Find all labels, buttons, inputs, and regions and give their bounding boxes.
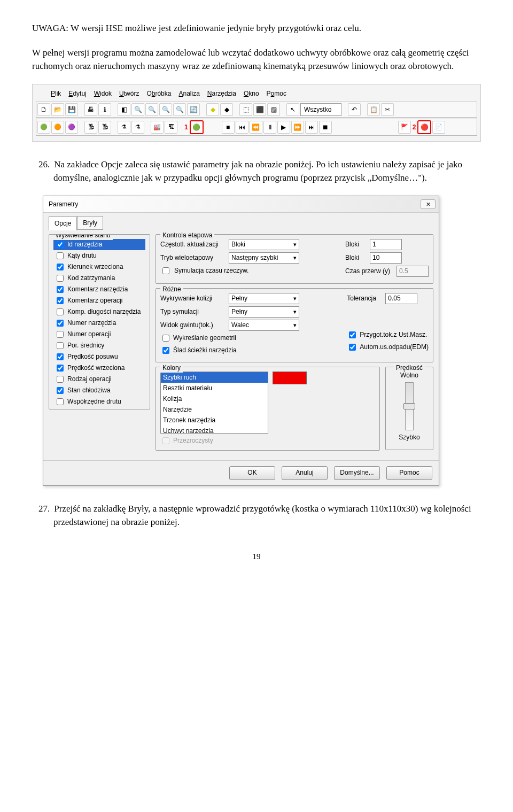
- status-item[interactable]: Współrzędne drutu: [53, 396, 145, 407]
- color-list-item[interactable]: Trzonek narzędzia: [161, 415, 268, 426]
- obj2-icon[interactable]: 🟠: [51, 121, 64, 134]
- paste-icon[interactable]: 📋: [367, 103, 380, 116]
- status-item[interactable]: Komentarz operacji: [53, 295, 145, 306]
- tab-bryly[interactable]: Bryły: [77, 216, 103, 230]
- rotate-icon[interactable]: 🔄: [187, 103, 200, 116]
- ok-button[interactable]: OK: [229, 466, 275, 480]
- status-item[interactable]: Prędkość posuwu: [53, 351, 145, 362]
- zoom-fit-icon[interactable]: 🔍: [173, 103, 186, 116]
- status-item[interactable]: Komentarz narzędzia: [53, 284, 145, 295]
- menu-item[interactable]: Analiza: [178, 89, 199, 98]
- filter-dropdown[interactable]: Wszystko: [300, 103, 341, 116]
- doc-icon[interactable]: 📄: [432, 121, 445, 134]
- status-item[interactable]: Komp. długości narzędzia: [53, 306, 145, 318]
- status-checkbox[interactable]: [57, 342, 64, 349]
- erase-icon[interactable]: ◧: [118, 103, 130, 116]
- end-icon[interactable]: ⏹: [319, 121, 332, 134]
- cube-yellow-icon[interactable]: ◆: [206, 103, 219, 116]
- status-checkbox[interactable]: [57, 387, 64, 394]
- color-list-item[interactable]: Resztki materiału: [161, 383, 268, 393]
- highlighted-button-2[interactable]: 🔴: [417, 120, 431, 134]
- status-checkbox[interactable]: [57, 320, 64, 327]
- zoom-in-icon[interactable]: 🔍: [131, 103, 144, 116]
- next-icon[interactable]: ⏩: [291, 121, 304, 134]
- color-list-item[interactable]: Szybki ruch: [161, 372, 268, 383]
- status-item[interactable]: Współrzędne narzędzia: [53, 407, 145, 409]
- defaults-button[interactable]: Domyślne...: [334, 466, 380, 480]
- tryb-combo[interactable]: Następny szybki: [229, 252, 299, 264]
- tool1-icon[interactable]: ⚗: [118, 121, 130, 134]
- menu-item[interactable]: Widok: [94, 89, 112, 98]
- cancel-button[interactable]: Anuluj: [282, 466, 328, 480]
- wykrywanie-combo[interactable]: Pełny: [229, 293, 299, 304]
- status-checkbox[interactable]: [57, 252, 64, 259]
- play-icon[interactable]: ▶: [277, 121, 290, 134]
- status-item[interactable]: Por. średnicy: [53, 340, 145, 351]
- status-checkbox[interactable]: [57, 353, 64, 360]
- status-checkbox[interactable]: [57, 241, 64, 248]
- cut-icon[interactable]: ✂: [381, 103, 394, 116]
- prev-icon[interactable]: ⏪: [250, 121, 262, 134]
- menu-item[interactable]: Narzędzia: [207, 89, 236, 98]
- zoom-out-icon[interactable]: 🔍: [145, 103, 158, 116]
- typ-combo[interactable]: Pełny: [229, 306, 299, 318]
- status-item[interactable]: Kąty drutu: [53, 250, 145, 261]
- undo-icon[interactable]: ↶: [348, 103, 361, 116]
- status-item[interactable]: Numer narzędzia: [53, 318, 145, 329]
- tolerancja-input[interactable]: 0.05: [385, 293, 417, 304]
- menu-item[interactable]: Okno: [244, 89, 259, 98]
- cube-gray-icon[interactable]: ◆: [220, 103, 233, 116]
- status-checkbox[interactable]: [57, 286, 64, 293]
- status-checkbox[interactable]: [57, 297, 64, 304]
- color-list-item[interactable]: Narzędzie: [161, 404, 268, 415]
- cube-solid-icon[interactable]: ⬛: [253, 103, 266, 116]
- cube-semi-icon[interactable]: ▨: [267, 103, 280, 116]
- status-item[interactable]: Kierunek wrzeciona: [53, 261, 145, 273]
- tab-opcje[interactable]: Opcje: [49, 216, 77, 230]
- speed-slider[interactable]: [405, 382, 414, 430]
- c4-check[interactable]: [349, 344, 356, 351]
- colors-list[interactable]: Szybki ruchResztki materiałuKolizjaNarzę…: [160, 372, 268, 434]
- c2-check[interactable]: [162, 347, 169, 354]
- status-checkbox[interactable]: [57, 308, 64, 315]
- machine2-icon[interactable]: 🏗: [165, 121, 177, 134]
- slider-thumb[interactable]: [403, 403, 415, 409]
- clamp2-icon[interactable]: 🗜: [98, 121, 111, 134]
- status-checkbox[interactable]: [57, 331, 64, 338]
- menu-item[interactable]: Edytuj: [68, 89, 86, 98]
- symulacja-checkbox[interactable]: [162, 267, 169, 274]
- status-checkbox[interactable]: [57, 264, 64, 270]
- open-icon[interactable]: 📂: [51, 103, 64, 116]
- tool2-icon[interactable]: ⚗: [131, 121, 144, 134]
- zoom-icon[interactable]: 🔍: [159, 103, 172, 116]
- menu-item[interactable]: Utwórz: [119, 89, 139, 98]
- czestotl-combo[interactable]: Bloki: [229, 239, 299, 250]
- flag1-icon[interactable]: 🚩: [398, 121, 411, 134]
- status-item[interactable]: Stan chłodziwa: [53, 385, 145, 396]
- widok-combo[interactable]: Walec: [229, 320, 299, 331]
- close-button[interactable]: ✕: [421, 199, 436, 209]
- status-item[interactable]: Id narzędzia: [53, 239, 145, 250]
- menu-item[interactable]: Pomoc: [267, 89, 286, 98]
- machine1-icon[interactable]: 🏭: [151, 121, 164, 134]
- status-item[interactable]: Rodzaj operacji: [53, 374, 145, 385]
- info-icon[interactable]: ℹ: [98, 103, 111, 116]
- color-swatch[interactable]: [273, 372, 307, 384]
- save-icon[interactable]: 💾: [65, 103, 78, 116]
- obj3-icon[interactable]: 🟣: [65, 121, 78, 134]
- new-icon[interactable]: 🗋: [37, 103, 50, 116]
- status-checkbox[interactable]: [57, 275, 64, 282]
- c1-check[interactable]: [162, 335, 169, 342]
- color-list-item[interactable]: Kolizja: [161, 393, 268, 404]
- last-icon[interactable]: ⏭: [305, 121, 318, 134]
- stop-icon[interactable]: ■: [222, 121, 235, 134]
- menu-item[interactable]: Obróbka: [146, 89, 171, 98]
- status-checkbox[interactable]: [57, 376, 64, 383]
- clamp1-icon[interactable]: 🗜: [84, 121, 97, 134]
- obj1-icon[interactable]: 🟢: [37, 121, 50, 134]
- highlighted-button-1[interactable]: 🟢: [190, 120, 204, 134]
- pause-icon[interactable]: ⏸: [263, 121, 276, 134]
- status-item[interactable]: Kod zatrzymania: [53, 273, 145, 284]
- bloki2-input[interactable]: 10: [370, 252, 402, 264]
- print-icon[interactable]: 🖶: [84, 103, 97, 116]
